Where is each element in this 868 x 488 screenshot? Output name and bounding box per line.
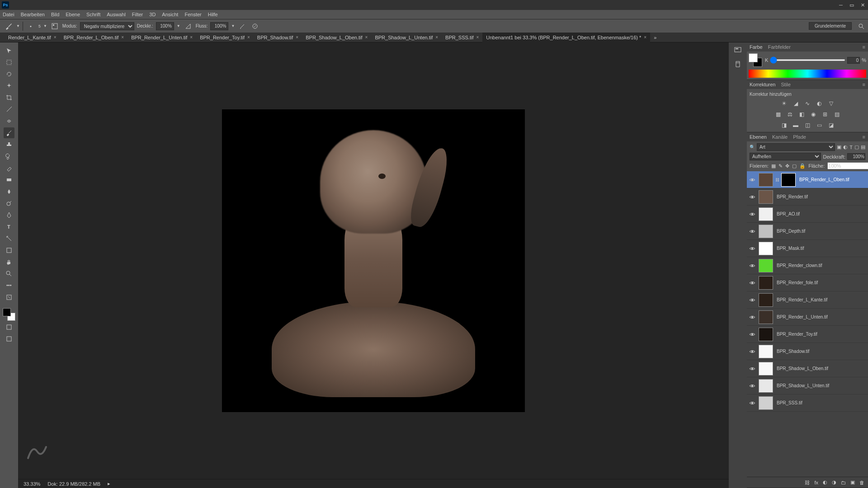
layer-name[interactable]: BPR_Render_Toy.tif [774, 332, 868, 337]
menu-datei[interactable]: Datei [3, 12, 14, 17]
layer-row[interactable]: BPR_Render.tif [747, 188, 868, 206]
document-tab[interactable]: BPR_SSS.tif× [442, 33, 482, 42]
layer-row[interactable]: BPR_SSS.tif [747, 394, 868, 412]
layer-thumbnail[interactable] [759, 207, 773, 221]
layer-name[interactable]: BPR_Shadow.tif [774, 349, 868, 354]
close-icon[interactable]: × [247, 35, 250, 40]
menu-hilfe[interactable]: Hilfe [208, 12, 218, 17]
tab-layers[interactable]: Ebenen [750, 134, 767, 140]
colorbalance-icon[interactable]: ⚖ [786, 110, 794, 118]
tab-swatches[interactable]: Farbfelder [768, 44, 791, 50]
fg-bg-color-swatch[interactable] [749, 53, 762, 67]
document-tab[interactable]: BPR_Render_L_Oben.tif× [60, 33, 128, 42]
layer-row[interactable]: BPR_AO.tif [747, 206, 868, 223]
visibility-icon[interactable] [747, 178, 758, 182]
chevron-down-icon[interactable]: ▼ [231, 24, 235, 28]
marquee-tool[interactable] [4, 57, 14, 68]
tab-paths[interactable]: Pfade [793, 134, 806, 140]
layer-name[interactable]: BPR_SSS.tif [774, 400, 868, 405]
close-icon[interactable]: × [54, 35, 57, 40]
screenmode-icon[interactable] [4, 333, 14, 344]
menu-filter[interactable]: Filter [132, 12, 143, 17]
layer-thumbnail[interactable] [759, 396, 773, 410]
blur-tool[interactable] [4, 186, 14, 197]
visibility-icon[interactable] [747, 349, 758, 354]
delete-layer-icon[interactable]: 🗑 [859, 480, 864, 485]
vibrance-icon[interactable]: ▽ [827, 99, 835, 108]
layer-mask-icon[interactable]: ◐ [823, 479, 827, 485]
healing-tool[interactable] [4, 116, 14, 127]
visibility-icon[interactable] [747, 263, 758, 268]
document-tab[interactable]: Unbenannt1 bei 33.3% (BPR_Render_L_Oben.… [482, 33, 650, 42]
layer-thumbnail[interactable] [759, 242, 773, 255]
gradientmap-icon[interactable]: ▭ [815, 121, 823, 129]
chevron-down-icon[interactable]: ▼ [16, 24, 20, 28]
layer-row[interactable]: BPR_Shadow.tif [747, 343, 868, 360]
close-icon[interactable]: × [365, 35, 368, 40]
fg-bg-swatch[interactable] [3, 308, 15, 321]
mask-thumbnail[interactable] [781, 173, 796, 187]
crop-tool[interactable] [4, 92, 14, 103]
layer-thumbnail[interactable] [759, 259, 773, 272]
lock-position-icon[interactable]: ✥ [785, 163, 789, 169]
posterize-icon[interactable]: ▬ [792, 121, 800, 129]
hue-icon[interactable]: ▦ [774, 110, 782, 118]
document-tab[interactable]: BPR_Render_L_Unten.tif× [127, 33, 196, 42]
menu-bearbeiten[interactable]: Bearbeiten [21, 12, 45, 17]
layer-thumbnail[interactable] [759, 362, 773, 375]
brush-panel-icon[interactable] [50, 21, 60, 31]
visibility-icon[interactable] [747, 281, 758, 285]
levels-icon[interactable]: ◢ [792, 99, 800, 108]
layer-name[interactable]: BPR_Render_L_Kante.tif [774, 297, 868, 302]
document-tab[interactable]: BPR_Render_Toy.tif× [196, 33, 254, 42]
zoom-tool[interactable] [4, 268, 14, 279]
document-tab[interactable]: Render_L_Kante.tif× [5, 33, 60, 42]
window-close-icon[interactable]: ✕ [859, 1, 866, 9]
tab-adjustments[interactable]: Korrekturen [750, 82, 775, 87]
tab-color[interactable]: Farbe [750, 44, 763, 50]
collapsed-panel-icon[interactable] [732, 59, 743, 70]
layer-row[interactable]: BPR_Render_clown.tif [747, 257, 868, 274]
layer-name[interactable]: BPR_Render.tif [774, 194, 868, 199]
layer-row[interactable]: ⛓BPR_Render_L_Oben.tif [747, 171, 868, 188]
layer-row[interactable]: BPR_Render_L_Kante.tif [747, 291, 868, 309]
layer-row[interactable]: BPR_Render_Toy.tif [747, 326, 868, 343]
layer-name[interactable]: BPR_Render_L_Oben.tif [797, 177, 868, 182]
shape-tool[interactable] [4, 245, 14, 256]
layer-thumbnail[interactable] [759, 293, 773, 307]
path-tool[interactable] [4, 233, 14, 244]
photofilter-icon[interactable]: ◉ [809, 110, 817, 118]
visibility-icon[interactable] [747, 401, 758, 405]
lock-nest-icon[interactable]: ▢ [792, 163, 797, 169]
blend-mode-select[interactable]: Aufhellen [750, 153, 821, 160]
search-icon[interactable] [858, 23, 864, 29]
zoom-level[interactable]: 33.33% [24, 481, 40, 487]
layer-thumbnail[interactable] [759, 328, 773, 341]
history-brush-tool[interactable] [4, 151, 14, 162]
blend-mode-select[interactable]: Negativ multiplizieren [80, 22, 134, 30]
visibility-icon[interactable] [747, 332, 758, 337]
close-icon[interactable]: × [435, 35, 438, 40]
selectivecolor-icon[interactable]: ◪ [827, 121, 835, 129]
curves-icon[interactable]: ∿ [803, 99, 811, 108]
layer-name[interactable]: BPR_Shadow_L_Oben.tif [774, 366, 868, 371]
tab-styles[interactable]: Stile [781, 82, 790, 87]
hand-tool[interactable] [4, 257, 14, 267]
color-value-input[interactable] [847, 57, 860, 64]
workspace-switcher[interactable]: Grundelemente [809, 22, 852, 30]
new-layer-icon[interactable]: ▣ [850, 479, 855, 485]
layer-thumbnail[interactable] [759, 225, 773, 238]
window-minimize-icon[interactable]: ─ [837, 1, 844, 9]
bw-icon[interactable]: ◧ [797, 110, 806, 118]
close-icon[interactable]: × [476, 35, 479, 40]
layer-thumbnail[interactable] [759, 310, 773, 324]
pressure-size-icon[interactable] [250, 21, 260, 31]
brush-preset-icon[interactable]: • [26, 21, 36, 31]
brush-tool[interactable] [4, 127, 14, 138]
window-maximize-icon[interactable]: ▭ [848, 1, 855, 9]
layer-name[interactable]: BPR_Render_L_Unten.tif [774, 314, 868, 319]
filter-pixel-icon[interactable]: ▣ [837, 144, 841, 150]
lock-transparency-icon[interactable]: ▦ [771, 163, 776, 169]
filter-shape-icon[interactable]: ▢ [854, 144, 859, 150]
filter-type-icon[interactable]: T [849, 145, 853, 150]
